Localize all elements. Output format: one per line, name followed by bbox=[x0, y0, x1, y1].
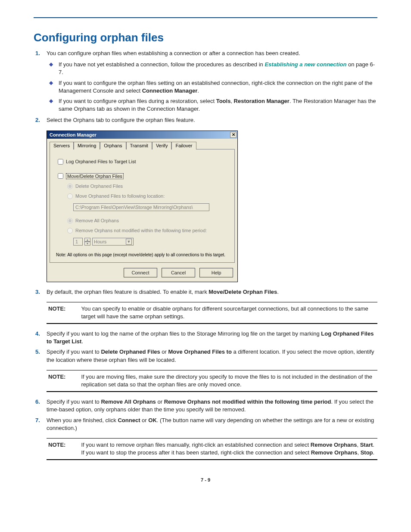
radio-remove-all-label: Remove All Orphans bbox=[75, 218, 119, 223]
note-1-body: You can specify to enable or disable orp… bbox=[81, 305, 376, 320]
note-box-1: NOTE: You can specify to enable or disab… bbox=[47, 302, 377, 324]
checkbox-log-orphaned-label: Log Orphaned Files to Target List bbox=[66, 159, 136, 164]
step-4: Specify if you want to log the name of t… bbox=[47, 330, 377, 345]
spin-down-icon[interactable]: ▼ bbox=[84, 242, 90, 246]
note-label: NOTE: bbox=[48, 305, 65, 320]
input-time-value[interactable]: 1 bbox=[73, 238, 83, 246]
step-6: Specify if you want to Remove All Orphan… bbox=[47, 398, 377, 414]
page-title: Configuring orphan files bbox=[34, 31, 377, 44]
dialog-footnote: Note: All options on this page (except m… bbox=[56, 252, 228, 257]
note-label: NOTE: bbox=[48, 441, 65, 457]
link-establishing-connection[interactable]: Establishing a new connection bbox=[265, 61, 346, 68]
help-button[interactable]: Help bbox=[199, 268, 233, 277]
input-orphan-path[interactable]: C:\Program Files\OpenView\Storage Mirror… bbox=[73, 203, 209, 211]
chevron-down-icon: ▼ bbox=[126, 239, 132, 245]
tab-panel-orphans: Log Orphaned Files to Target List Move/D… bbox=[50, 149, 235, 263]
note-3-body: If you want to remove orphan files manua… bbox=[81, 441, 376, 457]
connect-button[interactable]: Connect bbox=[124, 268, 157, 277]
tab-orphans[interactable]: Orphans bbox=[100, 142, 126, 149]
select-time-unit[interactable]: Hours ▼ bbox=[92, 238, 134, 246]
checkbox-move-delete[interactable] bbox=[58, 173, 63, 179]
cancel-button[interactable]: Cancel bbox=[162, 268, 195, 277]
step-1-bullet-c: If you want to configure orphan files du… bbox=[59, 97, 377, 113]
step-5: Specify if you want to Delete Orphaned F… bbox=[47, 348, 377, 364]
tab-transmit[interactable]: Transmit bbox=[126, 142, 152, 149]
radio-delete-orphaned[interactable] bbox=[67, 184, 73, 189]
tab-servers[interactable]: Servers bbox=[50, 142, 74, 149]
close-icon[interactable]: ✕ bbox=[230, 132, 237, 138]
dialog-titlebar[interactable]: Connection Manager ✕ bbox=[47, 131, 237, 139]
note-label: NOTE: bbox=[48, 373, 65, 389]
step-2: Select the Orphans tab to configure the … bbox=[47, 116, 377, 124]
note-2-body: If you are moving files, make sure the d… bbox=[81, 373, 376, 389]
step-1-bullet-a: If you have not yet established a connec… bbox=[59, 61, 377, 76]
step-1: You can configure orphan files when esta… bbox=[47, 50, 377, 113]
tab-mirroring[interactable]: Mirroring bbox=[74, 142, 100, 149]
step-3: By default, the orphan files feature is … bbox=[47, 288, 377, 296]
radio-remove-all[interactable] bbox=[67, 218, 73, 224]
note-box-3: NOTE: If you want to remove orphan files… bbox=[47, 438, 377, 460]
header-rule bbox=[34, 17, 377, 18]
note-box-2: NOTE: If you are moving files, make sure… bbox=[47, 370, 377, 392]
checkbox-log-orphaned[interactable] bbox=[58, 159, 63, 165]
step-1-text: You can configure orphan files when esta… bbox=[47, 50, 300, 56]
step-7: When you are finished, click Connect or … bbox=[47, 417, 377, 432]
radio-remove-time[interactable] bbox=[67, 228, 73, 233]
radio-move-orphaned[interactable] bbox=[67, 193, 73, 199]
tab-failover[interactable]: Failover bbox=[171, 142, 196, 149]
radio-move-orphaned-label: Move Orphaned Files to following locatio… bbox=[75, 193, 165, 199]
tab-verify[interactable]: Verify bbox=[152, 142, 172, 149]
radio-delete-orphaned-label: Delete Orphaned Files bbox=[75, 184, 123, 189]
dialog-title: Connection Manager bbox=[50, 132, 97, 137]
radio-remove-time-label: Remove Orphans not modified within the f… bbox=[75, 228, 207, 233]
connection-manager-dialog: Connection Manager ✕ Servers Mirroring O… bbox=[47, 131, 377, 282]
page-number: 7 - 9 bbox=[34, 477, 377, 482]
step-1-bullet-b: If you want to configure the orphan file… bbox=[59, 79, 377, 95]
spin-up-icon[interactable]: ▲ bbox=[84, 238, 90, 242]
step-2-text: Select the Orphans tab to configure the … bbox=[47, 117, 195, 123]
dialog-tabs: Servers Mirroring Orphans Transmit Verif… bbox=[47, 139, 237, 149]
checkbox-move-delete-label: Move/Delete Orphan Files bbox=[66, 173, 124, 179]
